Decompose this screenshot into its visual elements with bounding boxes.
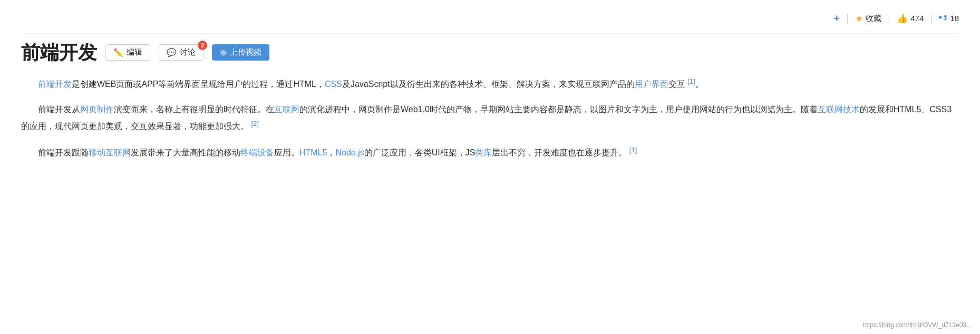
page-container: + ★ 收藏 👍 474 18 前端开发	[0, 0, 980, 181]
link-webpage-creation[interactable]: 网页制作	[80, 105, 114, 114]
link-internet-tech[interactable]: 互联网技术	[818, 105, 860, 114]
paragraph-3: 前端开发跟随移动互联网发展带来了大量高性能的移动终端设备应用。HTML5，Nod…	[21, 144, 959, 161]
edit-label: 编辑	[127, 47, 142, 57]
divider-3	[931, 14, 932, 24]
share-icon	[939, 11, 947, 27]
link-terminal-devices[interactable]: 终端设备	[240, 148, 274, 157]
link-js-library[interactable]: 类库	[475, 148, 492, 157]
paragraph-2: 前端开发从网页制作演变而来，名称上有很明显的时代特征。在互联网的演化进程中，网页…	[21, 102, 959, 134]
share-count: 18	[950, 12, 959, 25]
share-action[interactable]: 18	[939, 11, 959, 27]
upload-label: 上传视频	[230, 47, 261, 57]
discuss-button[interactable]: 2 💬 讨论	[159, 44, 203, 61]
star-icon: ★	[855, 11, 863, 27]
link-internet[interactable]: 互联网	[274, 105, 299, 114]
link-frontend-dev[interactable]: 前端开发	[38, 80, 72, 89]
add-icon[interactable]: +	[834, 9, 840, 28]
link-nodejs[interactable]: Node.js	[335, 148, 364, 157]
article-content: 前端开发是创建WEB页面或APP等前端界面呈现给用户的过程，通过HTML，CSS…	[21, 75, 959, 160]
upload-video-button[interactable]: ⊕ 上传视频	[212, 44, 269, 61]
top-action-bar: + ★ 收藏 👍 474 18	[21, 5, 959, 34]
header-row: 前端开发 ✏️ 编辑 2 💬 讨论 ⊕ 上传视频	[21, 41, 959, 64]
pencil-icon: ✏️	[113, 48, 123, 57]
like-icon: 👍	[897, 11, 908, 27]
divider-1	[847, 14, 848, 24]
link-user-interface[interactable]: 用户界面	[635, 80, 668, 89]
ref-2-p2[interactable]: [2]	[251, 120, 258, 127]
link-html5[interactable]: HTML5	[299, 148, 327, 157]
action-buttons: + ★ 收藏 👍 474 18	[834, 9, 959, 28]
plus-circle-icon: ⊕	[220, 48, 227, 57]
discuss-label: 讨论	[180, 47, 196, 57]
paragraph-1: 前端开发是创建WEB页面或APP等前端界面呈现给用户的过程，通过HTML，CSS…	[21, 75, 959, 92]
ref-1-p3[interactable]: [1]	[629, 146, 637, 154]
discuss-badge: 2	[198, 41, 207, 50]
link-css[interactable]: CSS	[325, 80, 342, 89]
chat-icon: 💬	[167, 48, 177, 57]
like-action[interactable]: 👍 474	[897, 11, 924, 27]
like-count: 474	[910, 12, 924, 25]
fav-label: 收藏	[866, 12, 881, 25]
ref-1-p1[interactable]: [1]	[687, 77, 695, 85]
edit-button[interactable]: ✏️ 编辑	[105, 44, 150, 61]
divider-2	[889, 14, 889, 24]
page-title: 前端开发	[21, 41, 97, 64]
link-mobile-internet[interactable]: 移动互联网	[89, 148, 131, 157]
fav-action[interactable]: ★ 收藏	[855, 11, 881, 27]
